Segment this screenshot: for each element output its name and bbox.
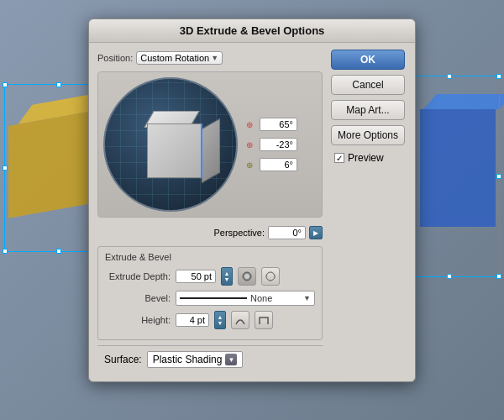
rotation-x-field[interactable] [260, 118, 297, 131]
cube-right-face [202, 118, 220, 184]
3d-cube [130, 111, 206, 178]
dialog-title: 3D Extrude & Bevel Options [180, 24, 325, 37]
surface-row: Surface: Plastic Shading ▼ [97, 345, 323, 373]
stepper-down-icon: ▼ [224, 276, 230, 282]
rotation-y-field[interactable] [260, 138, 297, 151]
perspective-arrow-icon: ▶ [313, 229, 318, 237]
height-row: Height: ▲ ▼ [105, 311, 315, 329]
surface-select[interactable]: Plastic Shading ▼ [147, 351, 244, 368]
perspective-field[interactable] [268, 226, 306, 239]
3d-globe[interactable] [103, 77, 238, 212]
surface-label: Surface: [104, 354, 142, 365]
dialog: 3D Extrude & Bevel Options Position: Cus… [88, 18, 416, 382]
height-icon-btn-1[interactable] [231, 311, 249, 329]
height-icon-btn-2[interactable] [255, 311, 273, 329]
bevel-style-2-icon [258, 314, 270, 326]
map-art-button[interactable]: Map Art... [331, 100, 405, 120]
height-field[interactable] [176, 313, 209, 327]
bevel-style-1-icon [234, 314, 246, 326]
cap-on-icon [241, 270, 253, 282]
rotation-z-field[interactable] [260, 158, 297, 171]
viewport-box: ⊕ ⊕ ⊕ [97, 71, 323, 218]
bevel-line-icon [180, 297, 247, 299]
rotation-y-icon: ⊕ [243, 140, 256, 150]
perspective-label: Perspective: [213, 228, 265, 238]
cap-off-icon [265, 270, 276, 282]
height-stepper-up-icon: ▲ [218, 314, 223, 320]
preview-checkbox[interactable]: ✓ [334, 153, 344, 163]
preview-row: ✓ Preview [331, 150, 407, 165]
perspective-row: Perspective: ▶ [97, 223, 323, 239]
bevel-row: Bevel: None ▼ [105, 291, 315, 306]
preview-label: Preview [348, 152, 384, 164]
rotation-controls: ⊕ ⊕ ⊕ [243, 77, 317, 212]
rotation-x-icon: ⊕ [243, 120, 256, 129]
height-stepper-down-icon: ▼ [218, 320, 223, 326]
left-panel: Position: Custom Rotation ▼ [97, 50, 323, 373]
extrude-bevel-title: Extrude & Bevel [105, 252, 315, 262]
height-stepper[interactable]: ▲ ▼ [214, 311, 226, 329]
more-options-button[interactable]: More Options [331, 125, 405, 145]
surface-arrow-icon: ▼ [225, 354, 237, 365]
bevel-label: Bevel: [105, 293, 171, 303]
stepper-up-icon: ▲ [224, 270, 230, 276]
extrude-depth-field[interactable] [176, 270, 216, 283]
cap-button-2[interactable] [261, 267, 280, 286]
perspective-stepper[interactable]: ▶ [309, 226, 323, 239]
right-panel: OK Cancel Map Art... More Options ✓ Prev… [331, 50, 407, 373]
cancel-button[interactable]: Cancel [331, 75, 405, 95]
svg-point-2 [266, 272, 275, 281]
surface-value: Plastic Shading [153, 354, 223, 365]
bevel-arrow-icon: ▼ [303, 294, 311, 302]
extrude-bevel-section: Extrude & Bevel Extrude Depth: ▲ ▼ [97, 246, 323, 340]
bevel-value: None [250, 293, 300, 303]
bevel-select[interactable]: None ▼ [176, 291, 315, 306]
position-row: Position: Custom Rotation ▼ [97, 50, 323, 66]
ok-button[interactable]: OK [331, 50, 405, 70]
cap-button-1[interactable] [238, 267, 256, 286]
rotation-z-icon: ⊕ [243, 160, 256, 170]
extrude-depth-row: Extrude Depth: ▲ ▼ [105, 267, 315, 286]
position-select-value: Custom Rotation [140, 53, 209, 63]
position-label: Position: [97, 53, 133, 63]
dialog-title-bar: 3D Extrude & Bevel Options [89, 19, 415, 43]
position-select-arrow: ▼ [211, 54, 218, 62]
height-label: Height: [105, 315, 171, 325]
rotation-z-row: ⊕ [243, 158, 317, 171]
extrude-depth-stepper[interactable]: ▲ ▼ [221, 267, 233, 286]
cube-front-face [147, 123, 202, 178]
cube-edge-highlight [201, 123, 202, 178]
rotation-x-row: ⊕ [243, 118, 317, 131]
extrude-depth-label: Extrude Depth: [105, 271, 171, 281]
svg-point-1 [244, 274, 249, 279]
position-select[interactable]: Custom Rotation ▼ [136, 51, 223, 65]
rotation-y-row: ⊕ [243, 138, 317, 151]
